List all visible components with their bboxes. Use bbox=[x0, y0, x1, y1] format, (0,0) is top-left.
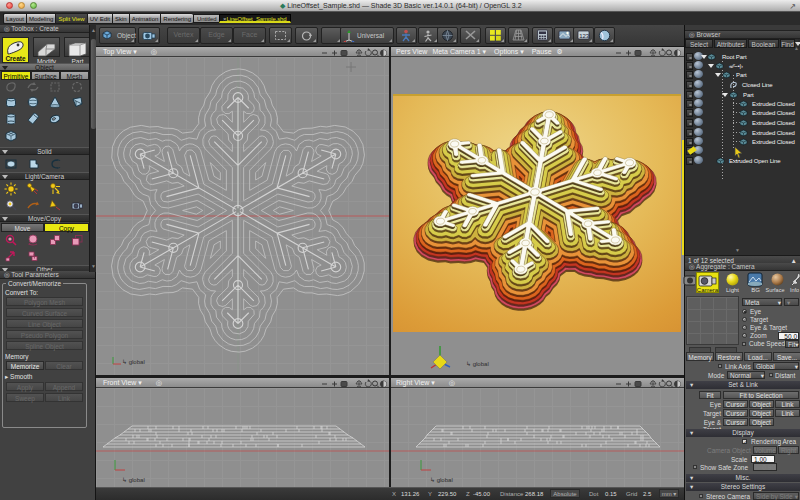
svg-text:123: 123 bbox=[579, 33, 590, 39]
